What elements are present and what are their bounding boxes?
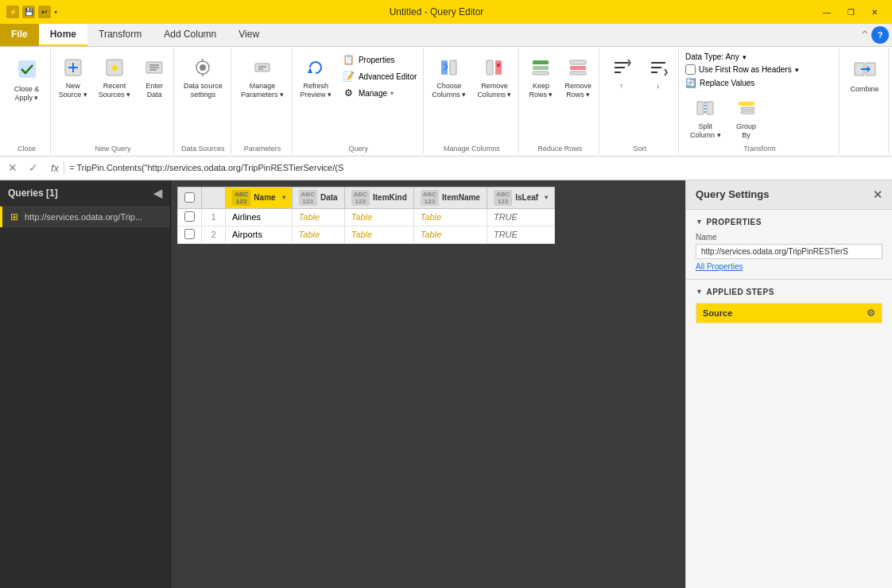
isleaf-col-header[interactable]: ABC123 IsLeaf ▾ xyxy=(487,187,554,208)
split-column-button[interactable]: SplitColumn ▾ xyxy=(685,92,726,143)
data-table: ABC123 Name ▾ ABC123 Data xyxy=(177,187,555,244)
quick-access-dropdown[interactable]: ▾ xyxy=(54,9,57,16)
tab-add-column[interactable]: Add Column xyxy=(153,24,227,46)
itemname-col-header[interactable]: ABC123 ItemName xyxy=(413,187,487,208)
data-sources-group-content: Data sourcesettings xyxy=(179,50,227,143)
formula-input[interactable] xyxy=(69,163,887,172)
query-settings-title: Query Settings xyxy=(696,188,769,200)
help-button[interactable]: ? xyxy=(871,26,889,44)
query-settings-close-button[interactable]: ✕ xyxy=(873,188,882,201)
close-button[interactable]: ✕ xyxy=(863,4,886,20)
tab-home[interactable]: Home xyxy=(39,24,87,46)
sort-ascending-button[interactable]: ↑ xyxy=(604,52,639,94)
remove-rows-icon xyxy=(565,55,591,80)
manage-icon: ⚙ xyxy=(343,87,355,99)
manage-parameters-button[interactable]: ManageParameters ▾ xyxy=(236,52,289,103)
queries-collapse-button[interactable]: ◀ xyxy=(153,187,162,199)
remove-columns-button[interactable]: RemoveColumns ▾ xyxy=(472,52,516,103)
svg-rect-22 xyxy=(487,60,493,75)
undo-icon[interactable]: ↩ xyxy=(38,6,51,18)
ribbon-group-reduce-rows: KeepRows ▾ RemoveRows ▾ Reduce Rows xyxy=(521,48,599,154)
choose-columns-icon xyxy=(436,55,462,80)
keep-rows-button[interactable]: KeepRows ▾ xyxy=(523,52,558,103)
manage-button[interactable]: ⚙ Manage ▾ xyxy=(338,85,421,101)
row2-isleaf: TRUE xyxy=(487,226,554,243)
file-tab[interactable]: File xyxy=(0,24,39,46)
remove-rows-button[interactable]: RemoveRows ▾ xyxy=(560,52,596,103)
query-item[interactable]: ⊞ http://services.odata.org/Trip... xyxy=(0,207,170,227)
data-type-row: Data Type: Any ▾ xyxy=(685,52,747,62)
name-col-header[interactable]: ABC123 Name ▾ xyxy=(226,187,293,208)
row1-checkbox[interactable] xyxy=(184,211,195,222)
transform-group-content: Data Type: Any ▾ Use First Row as Header… xyxy=(685,50,834,143)
close-apply-button[interactable]: Close &Apply ▾ xyxy=(8,52,46,106)
combine-button[interactable]: Combine xyxy=(845,52,883,97)
select-all-checkbox[interactable] xyxy=(184,192,195,203)
row2-select[interactable] xyxy=(178,226,202,243)
group-by-button[interactable]: GroupBy xyxy=(729,92,764,143)
svg-rect-23 xyxy=(495,60,502,75)
use-first-row-checkbox[interactable] xyxy=(685,64,696,75)
formula-accept-button[interactable]: ✓ xyxy=(25,161,41,174)
replace-values-label: Replace Values xyxy=(700,79,754,87)
sort-asc-icon xyxy=(609,55,634,80)
use-first-row-row: Use First Row as Headers ▾ xyxy=(685,64,799,75)
svg-rect-43 xyxy=(741,111,754,114)
choose-columns-button[interactable]: ChooseColumns ▾ xyxy=(427,52,471,103)
choose-columns-label: ChooseColumns ▾ xyxy=(432,82,466,99)
formula-cancel-button[interactable]: ✕ xyxy=(5,161,21,174)
manage-columns-group-label: Manage Columns xyxy=(444,143,500,153)
row1-itemname: Table xyxy=(413,208,487,226)
svg-rect-27 xyxy=(533,66,549,70)
tab-transform[interactable]: Transform xyxy=(87,24,153,46)
properties-label: Properties xyxy=(359,56,395,64)
manage-dropdown: ▾ xyxy=(390,90,394,97)
isleaf-col-dropdown[interactable]: ▾ xyxy=(545,194,548,201)
name-col-dropdown[interactable]: ▾ xyxy=(282,194,285,201)
manage-label: Manage xyxy=(359,89,387,98)
data-col-header[interactable]: ABC123 Data xyxy=(292,187,344,208)
recent-sources-button[interactable]: ★ RecentSources ▾ xyxy=(94,52,136,103)
ribbon-right-controls: ⌃ ? xyxy=(859,24,892,46)
properties-button[interactable]: 📋 Properties xyxy=(338,52,421,68)
itemkind-col-header[interactable]: ABC123 ItemKind xyxy=(344,187,413,208)
svg-rect-28 xyxy=(533,72,549,75)
step-source[interactable]: Source ⚙ xyxy=(696,303,882,323)
ribbon-group-transform: Data Type: Any ▾ Use First Row as Header… xyxy=(681,48,840,154)
new-source-button[interactable]: NewSource ▾ xyxy=(54,52,92,103)
itemkind-col-label: ItemKind xyxy=(373,193,407,202)
new-source-label: NewSource ▾ xyxy=(59,82,87,99)
row2-checkbox[interactable] xyxy=(184,229,195,239)
combine-group-content: Combine xyxy=(845,50,883,151)
advanced-editor-button[interactable]: 📝 Advanced Editor xyxy=(338,68,421,84)
enter-data-button[interactable]: EnterData xyxy=(137,52,172,103)
itemname-col-label: ItemName xyxy=(442,193,480,202)
advanced-editor-icon: 📝 xyxy=(343,71,355,82)
manage-parameters-label: ManageParameters ▾ xyxy=(241,82,284,99)
row1-select[interactable] xyxy=(178,208,202,226)
select-all-col[interactable] xyxy=(178,187,202,208)
properties-section-title: ▼ PROPERTIES xyxy=(696,218,882,226)
sort-descending-button[interactable]: ↓ xyxy=(641,52,676,94)
use-first-row-label: Use First Row as Headers xyxy=(699,65,792,74)
data-source-settings-button[interactable]: Data sourcesettings xyxy=(179,52,227,103)
ribbon-collapse-icon[interactable]: ⌃ xyxy=(859,28,870,43)
svg-rect-41 xyxy=(739,102,754,106)
step-source-settings-icon[interactable]: ⚙ xyxy=(867,308,875,319)
restore-button[interactable]: ❐ xyxy=(840,4,862,20)
new-query-group-label: New Query xyxy=(95,143,130,153)
data-col-type: ABC123 xyxy=(299,190,317,206)
row1-itemkind: Table xyxy=(344,208,413,226)
row2-itemkind: Table xyxy=(344,226,413,243)
minimize-button[interactable]: — xyxy=(816,4,838,20)
data-type-dropdown[interactable]: ▾ xyxy=(743,53,747,61)
use-first-row-dropdown[interactable]: ▾ xyxy=(795,66,799,74)
tab-view[interactable]: View xyxy=(227,24,270,46)
svg-rect-0 xyxy=(18,60,36,78)
save-icon[interactable]: 💾 xyxy=(22,6,35,18)
svg-rect-26 xyxy=(533,60,549,64)
refresh-preview-button[interactable]: RefreshPreview ▾ xyxy=(295,52,336,103)
parameters-group-content: ManageParameters ▾ xyxy=(236,50,289,143)
all-properties-link[interactable]: All Properties xyxy=(696,262,882,271)
advanced-editor-label: Advanced Editor xyxy=(359,72,417,81)
